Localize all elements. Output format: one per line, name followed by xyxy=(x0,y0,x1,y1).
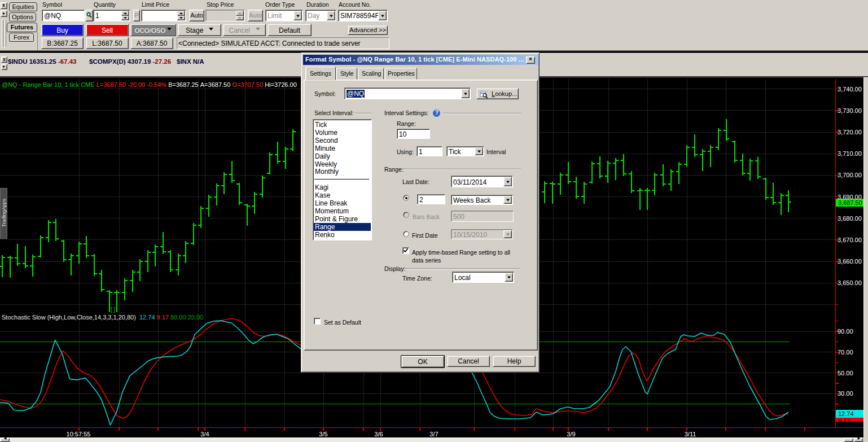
svg-text:30.00: 30.00 xyxy=(838,390,853,397)
svg-text:50.00: 50.00 xyxy=(838,370,853,377)
svg-text:3/4: 3/4 xyxy=(200,431,209,437)
svg-text:3,730.00: 3,730.00 xyxy=(838,107,862,114)
svg-text:3,660.00: 3,660.00 xyxy=(838,258,862,265)
svg-text:3/7: 3/7 xyxy=(429,431,438,437)
svg-text:9.17: 9.17 xyxy=(838,418,850,425)
svg-text:3,690.00: 3,690.00 xyxy=(838,194,862,200)
svg-text:Stochastic Slow (High,Low,Clos: Stochastic Slow (High,Low,Close,14,3,3,1… xyxy=(2,314,203,321)
svg-text:3/9: 3/9 xyxy=(567,431,575,437)
svg-text:@NQ - Range Bar 10, 1 tick CME: @NQ - Range Bar 10, 1 tick CME L=3687.50… xyxy=(2,81,297,88)
svg-text:3,670.00: 3,670.00 xyxy=(838,237,862,243)
svg-text:3,680.00: 3,680.00 xyxy=(838,215,862,222)
svg-text:70.00: 70.00 xyxy=(838,349,853,356)
svg-text:90.00: 90.00 xyxy=(838,328,853,335)
svg-text:3/11: 3/11 xyxy=(685,431,696,437)
svg-text:10:57:55: 10:57:55 xyxy=(67,431,91,437)
svg-text:3,650.00: 3,650.00 xyxy=(838,279,862,286)
svg-text:[ ]: [ ] xyxy=(111,307,116,313)
svg-text:12.74: 12.74 xyxy=(838,410,854,417)
svg-text:3,700.00: 3,700.00 xyxy=(838,172,862,178)
svg-text:3,740.00: 3,740.00 xyxy=(838,86,862,93)
svg-text:3/6: 3/6 xyxy=(374,431,383,437)
svg-text:3/5: 3/5 xyxy=(319,431,327,437)
svg-text:3,720.00: 3,720.00 xyxy=(838,129,862,135)
svg-text:3,710.00: 3,710.00 xyxy=(838,150,862,157)
